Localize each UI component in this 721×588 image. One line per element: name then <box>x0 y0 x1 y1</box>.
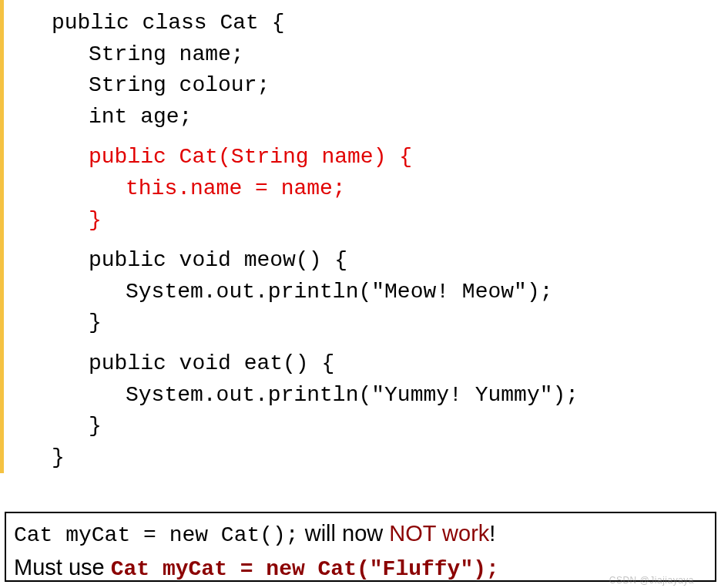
note-line-1: Cat myCat = new Cat(); will now NOT work… <box>14 518 707 552</box>
code-line-2: String name; <box>52 39 721 71</box>
code-block: public class Cat { String name; String c… <box>0 0 721 473</box>
note-box: Cat myCat = new Cat(); will now NOT work… <box>5 512 716 582</box>
code-line-10: } <box>52 307 721 339</box>
spacer <box>52 339 721 348</box>
code-line-13: } <box>52 411 721 442</box>
code-line-7: } <box>52 205 721 237</box>
code-line-12: System.out.println("Yummy! Yummy"); <box>52 380 721 412</box>
spacer <box>52 133 721 142</box>
code-line-8: public void meow() { <box>52 245 721 277</box>
note-code-snippet-2: Cat myCat = new Cat("Fluffy"); <box>111 557 499 581</box>
note-text-end: ! <box>489 521 495 546</box>
note-highlight: NOT work <box>389 521 489 546</box>
note-text-1: will now <box>299 521 390 546</box>
spacer <box>52 236 721 245</box>
code-line-14: } <box>52 442 721 474</box>
code-line-9: System.out.println("Meow! Meow"); <box>52 277 721 308</box>
note-text-2: Must use <box>14 555 111 580</box>
note-line-2: Must use Cat myCat = new Cat("Fluffy"); <box>14 552 707 586</box>
code-line-5: public Cat(String name) { <box>52 142 721 173</box>
watermark: CSDN @Jiajiayaya <box>609 575 694 586</box>
code-line-4: int age; <box>52 102 721 133</box>
note-code-snippet-1: Cat myCat = new Cat(); <box>14 523 299 547</box>
code-line-6: this.name = name; <box>52 173 721 205</box>
code-line-3: String colour; <box>52 70 721 102</box>
code-line-1: public class Cat { <box>52 8 721 39</box>
code-line-11: public void eat() { <box>52 348 721 380</box>
